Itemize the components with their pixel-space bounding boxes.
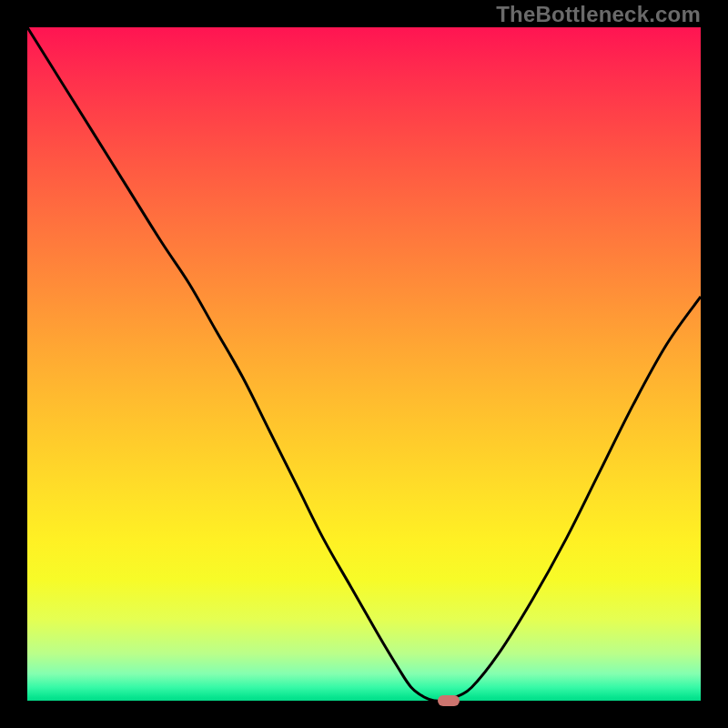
watermark-text: TheBottleneck.com bbox=[496, 2, 701, 27]
background-gradient bbox=[27, 27, 701, 701]
chart-frame bbox=[27, 27, 701, 701]
plot-area bbox=[27, 27, 701, 701]
optimum-marker bbox=[438, 695, 460, 706]
